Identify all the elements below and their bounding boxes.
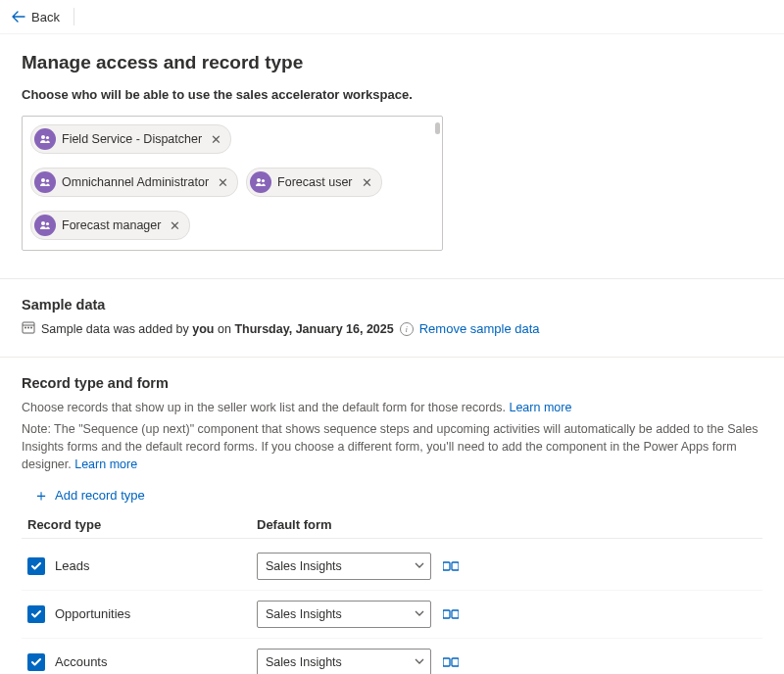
sample-date: Thursday, January 16, 2025: [234, 322, 393, 336]
svg-rect-13: [443, 562, 450, 570]
add-record-label: Add record type: [55, 488, 145, 503]
svg-point-5: [262, 179, 265, 182]
chevron-down-icon: [415, 655, 424, 669]
record-table-header: Record type Default form: [22, 517, 762, 539]
scrollbar-thumb[interactable]: [435, 122, 440, 134]
svg-rect-18: [452, 658, 459, 666]
form-settings-icon[interactable]: [443, 560, 459, 572]
record-type-label: Accounts: [55, 654, 257, 669]
table-row: Accounts Sales Insights: [22, 639, 762, 675]
col-default-form: Default form: [257, 517, 332, 532]
role-pill: Forecast user ✕: [246, 168, 381, 197]
back-arrow-icon[interactable]: [12, 10, 25, 24]
checkbox[interactable]: [27, 605, 45, 623]
add-record-type-button[interactable]: ＋ Add record type: [22, 478, 145, 517]
record-section-title: Record type and form: [22, 375, 762, 391]
checkbox[interactable]: [27, 653, 45, 671]
sample-mid: on: [215, 322, 235, 336]
svg-rect-14: [452, 562, 459, 570]
info-icon[interactable]: i: [400, 322, 414, 336]
checkbox[interactable]: [27, 557, 45, 575]
close-icon[interactable]: ✕: [215, 175, 231, 190]
calendar-icon: [22, 320, 35, 337]
learn-more-link[interactable]: Learn more: [74, 457, 137, 471]
select-value: Sales Insights: [266, 559, 342, 573]
default-form-select[interactable]: Sales Insights: [257, 649, 431, 675]
sample-by: you: [192, 322, 214, 336]
default-form-select[interactable]: Sales Insights: [257, 601, 431, 628]
svg-point-3: [46, 179, 49, 182]
page-subtitle: Choose who will be able to use the sales…: [22, 87, 762, 102]
role-label: Field Service - Dispatcher: [62, 132, 202, 146]
role-label: Forecast manager: [62, 218, 161, 232]
role-pill: Omnichannel Administrator ✕: [30, 168, 238, 197]
plus-icon: ＋: [33, 488, 49, 504]
vertical-divider: [74, 8, 74, 25]
record-type-label: Opportunities: [55, 606, 257, 621]
svg-point-0: [41, 135, 45, 139]
sample-data-row: Sample data was added by you on Thursday…: [22, 320, 762, 337]
roles-selector[interactable]: Field Service - Dispatcher ✕ Omnichannel…: [22, 116, 443, 251]
svg-point-2: [41, 178, 45, 182]
back-label[interactable]: Back: [31, 10, 60, 24]
svg-rect-15: [443, 610, 450, 618]
svg-point-1: [46, 136, 49, 139]
page-title: Manage access and record type: [22, 52, 762, 73]
close-icon[interactable]: ✕: [167, 218, 183, 233]
table-row: Opportunities Sales Insights: [22, 591, 762, 639]
select-value: Sales Insights: [266, 607, 342, 621]
people-icon: [34, 171, 56, 193]
people-icon: [250, 171, 271, 193]
people-icon: [34, 215, 56, 236]
chevron-down-icon: [415, 559, 424, 573]
role-pill: Field Service - Dispatcher ✕: [30, 124, 231, 154]
chevron-down-icon: [415, 607, 424, 621]
col-record-type: Record type: [22, 517, 257, 532]
record-type-label: Leads: [55, 558, 257, 573]
form-settings-icon[interactable]: [443, 656, 459, 668]
svg-point-7: [46, 222, 49, 225]
role-label: Forecast user: [277, 175, 352, 189]
people-icon: [34, 128, 56, 150]
form-settings-icon[interactable]: [443, 608, 459, 620]
record-desc1: Choose records that show up in the selle…: [22, 399, 762, 416]
role-pill: Forecast manager ✕: [30, 211, 190, 240]
select-value: Sales Insights: [266, 655, 342, 669]
close-icon[interactable]: ✕: [359, 175, 375, 190]
remove-sample-link[interactable]: Remove sample data: [419, 321, 540, 336]
table-row: Leads Sales Insights: [22, 543, 762, 591]
sample-prefix: Sample data was added by: [41, 322, 192, 336]
default-form-select[interactable]: Sales Insights: [257, 553, 431, 580]
close-icon[interactable]: ✕: [208, 132, 224, 147]
learn-more-link[interactable]: Learn more: [509, 401, 571, 414]
back-bar: Back: [0, 0, 784, 34]
svg-rect-17: [443, 658, 450, 666]
svg-rect-16: [452, 610, 459, 618]
sample-data-title: Sample data: [22, 297, 762, 313]
record-desc2: Note: The "Sequence (up next)" component…: [22, 420, 762, 473]
role-label: Omnichannel Administrator: [62, 175, 209, 189]
svg-point-4: [257, 178, 261, 182]
svg-point-6: [41, 221, 45, 225]
